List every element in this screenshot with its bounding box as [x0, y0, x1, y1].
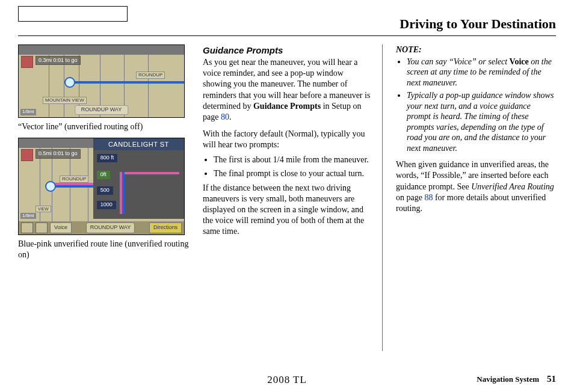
para-small-distance: If the distance between the next two dri…	[203, 183, 371, 237]
maneuver-arrow-icon	[21, 149, 33, 161]
column-guidance-prompts: Guidance Prompts As you get near the man…	[203, 44, 383, 351]
para-intro: As you get near the maneuver, you will h…	[203, 57, 371, 123]
distance-0: 0ft	[97, 171, 110, 179]
distance-label-2: 0.5mi 0:01 to go	[35, 149, 81, 159]
list-item: The first is about 1/4 mile from the man…	[214, 155, 371, 165]
list-item: The final prompt is close to your actual…	[214, 168, 371, 179]
icon-button-1[interactable]	[21, 222, 33, 233]
note-heading: NOTE:	[396, 44, 556, 55]
distance-label: 0.3mi 0:01 to go	[35, 56, 81, 66]
column-images: 0.3mi 0:01 to go ROUNDUP MOUNTAIN VIEW 1…	[18, 44, 190, 351]
distance-1000: 1000	[97, 201, 116, 209]
footer-right: Navigation System 51	[477, 373, 556, 385]
text: You can say “Voice” or select	[407, 57, 510, 66]
guidance-street-name: CANDLELIGHT ST	[93, 138, 184, 150]
footer-section-label: Navigation System	[477, 375, 539, 384]
map-screenshot-2: 0.5mi 0:01 to go ROUNDUP VIEW 1/8mi CAND…	[18, 138, 185, 235]
column-note: NOTE: You can say “Voice” or select Voic…	[396, 44, 556, 351]
vehicle-position-icon	[45, 181, 56, 192]
page-link-80[interactable]: 80	[221, 112, 229, 121]
voice-button[interactable]: Voice	[50, 222, 72, 233]
caption-1: “Vector line” (unverified routing off)	[18, 121, 190, 132]
prompt-bullet-list: The first is about 1/4 mile from the man…	[203, 155, 371, 179]
list-item: You can say “Voice” or select Voice on t…	[407, 57, 556, 88]
page-link-88[interactable]: 88	[424, 193, 433, 202]
bold-guidance-prompts: Guidance Prompts	[253, 102, 321, 111]
content-columns: 0.3mi 0:01 to go ROUNDUP MOUNTAIN VIEW 1…	[18, 44, 556, 351]
footer-model: 2008 TL	[267, 373, 307, 387]
text: on page	[396, 193, 424, 202]
section-heading: Guidance Prompts	[203, 44, 371, 57]
note-bullet-list: You can say “Voice” or select Voice on t…	[396, 57, 556, 154]
icon-button-2[interactable]	[35, 222, 48, 233]
road-label-roundup-2: ROUNDUP	[60, 176, 88, 183]
street-pill: ROUNDUP WAY	[75, 105, 128, 115]
page-number: 51	[547, 374, 556, 384]
table-start-box	[18, 6, 128, 22]
page-footer: 2008 TL Navigation System 51	[18, 373, 556, 385]
map-bottom-bar: Voice ROUNDUP WAY Directions	[19, 221, 184, 234]
map-scale-2: 1/8mi	[20, 213, 36, 219]
road-label-mountain: MOUNTAIN VIEW	[43, 97, 87, 104]
guidance-panel: CANDLELIGHT ST 800 ft 0ft 500 1000	[93, 138, 184, 219]
maneuver-arrow-icon	[21, 56, 33, 68]
distance-500: 500	[97, 186, 113, 195]
para-default: With the factory default (Normal), typic…	[203, 129, 371, 150]
vehicle-position-icon	[64, 77, 75, 88]
directions-button[interactable]: Directions	[149, 222, 182, 233]
text: .	[229, 112, 232, 121]
para-unverified: When given guidance in unverified areas,…	[396, 159, 556, 214]
ital-unverified-routing: Unverified Area Routing	[471, 182, 554, 191]
road-label-view: VIEW	[35, 206, 51, 212]
bold-voice: Voice	[510, 57, 529, 66]
map-screenshot-1: 0.3mi 0:01 to go ROUNDUP MOUNTAIN VIEW 1…	[18, 44, 185, 118]
street-pill-2: ROUNDUP WAY	[86, 222, 135, 233]
road-label-roundup: ROUNDUP	[136, 72, 165, 79]
list-item: Typically a pop-up guidance window shows…	[407, 90, 556, 153]
caption-2: Blue-pink unverified route line (unverif…	[18, 239, 190, 260]
distance-800: 800 ft	[97, 154, 118, 162]
map-scale: 1/8mi	[20, 109, 36, 115]
